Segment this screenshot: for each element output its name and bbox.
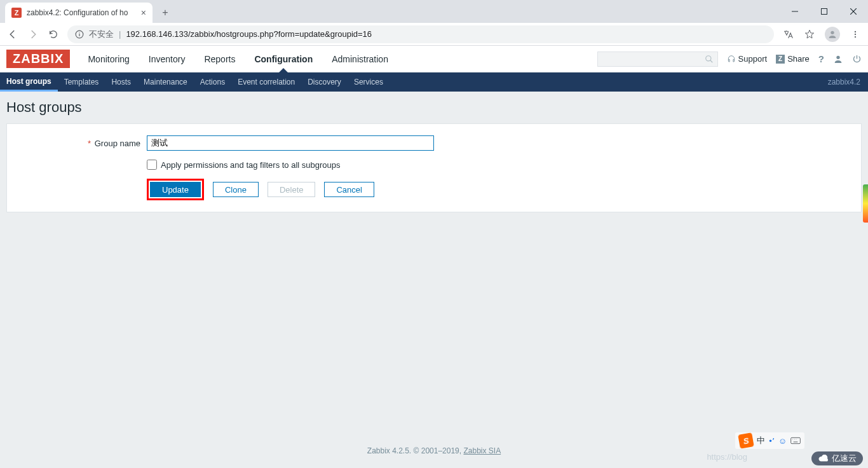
search-input[interactable] — [597, 52, 718, 67]
info-icon — [75, 30, 84, 39]
kebab-menu-icon[interactable] — [849, 28, 862, 41]
menu-inventory[interactable]: Inventory — [140, 46, 194, 72]
close-icon[interactable]: × — [141, 8, 146, 18]
profile-avatar[interactable] — [825, 27, 840, 42]
subnav-maintenance[interactable]: Maintenance — [137, 72, 194, 92]
menu-reports[interactable]: Reports — [195, 46, 244, 72]
form-panel: * Group name Apply permissions and tag f… — [6, 123, 862, 212]
url-text: 192.168.146.133/zabbix/hostgroups.php?fo… — [126, 29, 372, 39]
svg-point-10 — [855, 36, 856, 37]
svg-point-13 — [836, 55, 839, 59]
subnav-templates[interactable]: Templates — [58, 72, 105, 92]
help-icon[interactable]: ? — [818, 53, 824, 64]
group-name-label: * Group name — [20, 139, 147, 148]
sub-nav: Host groups Templates Hosts Maintenance … — [0, 72, 868, 92]
svg-point-11 — [705, 55, 710, 60]
cancel-button[interactable]: Cancel — [324, 182, 374, 197]
subnav-discovery[interactable]: Discovery — [301, 72, 348, 92]
share-link[interactable]: Z Share — [776, 54, 810, 64]
headset-icon — [727, 55, 736, 64]
menu-configuration[interactable]: Configuration — [245, 46, 322, 72]
browser-tab[interactable]: Z zabbix4.2: Configuration of ho × — [5, 3, 153, 23]
url-bar[interactable]: 不安全 | 192.168.146.133/zabbix/hostgroups.… — [67, 25, 774, 43]
star-icon[interactable] — [803, 28, 816, 41]
scroll-indicator — [863, 184, 868, 220]
group-name-input[interactable] — [147, 135, 434, 151]
new-tab-button[interactable]: + — [156, 4, 174, 22]
search-icon — [705, 55, 714, 64]
zabbix-logo[interactable]: ZABBIX — [6, 50, 70, 68]
reload-button[interactable] — [47, 28, 60, 41]
svg-line-12 — [710, 60, 712, 62]
svg-point-6 — [79, 32, 79, 32]
minimize-button[interactable] — [780, 0, 810, 23]
insecure-label: 不安全 — [89, 29, 114, 40]
subnav-host-groups[interactable]: Host groups — [0, 72, 58, 92]
translate-icon[interactable] — [782, 28, 794, 41]
support-link[interactable]: Support — [727, 54, 768, 64]
forward-button[interactable] — [27, 28, 39, 41]
page-title: Host groups — [6, 99, 862, 116]
subnav-actions[interactable]: Actions — [194, 72, 231, 92]
server-name-label: zabbix4.2 — [828, 72, 868, 92]
browser-tab-title: zabbix4.2: Configuration of ho — [27, 8, 136, 17]
maximize-button[interactable] — [810, 0, 839, 23]
clone-button[interactable]: Clone — [213, 182, 259, 197]
window-controls — [780, 0, 868, 23]
subnav-services[interactable]: Services — [348, 72, 390, 92]
power-icon[interactable] — [852, 54, 862, 64]
update-button[interactable]: Update — [150, 182, 201, 197]
svg-point-8 — [855, 31, 856, 32]
user-icon[interactable] — [833, 54, 843, 64]
favicon-icon: Z — [11, 8, 22, 18]
svg-point-9 — [855, 33, 856, 34]
update-button-highlight: Update — [147, 179, 204, 200]
z-icon: Z — [776, 55, 785, 64]
apply-permissions-checkbox[interactable] — [147, 160, 157, 170]
menu-administration[interactable]: Administration — [323, 46, 397, 72]
subnav-hosts[interactable]: Hosts — [105, 72, 137, 92]
delete-button: Delete — [268, 182, 316, 197]
subnav-event-correlation[interactable]: Event correlation — [231, 72, 301, 92]
main-menu: Monitoring Inventory Reports Configurati… — [79, 46, 397, 72]
browser-address-bar: 不安全 | 192.168.146.133/zabbix/hostgroups.… — [0, 23, 868, 46]
close-window-button[interactable] — [839, 0, 868, 23]
browser-tab-strip: Z zabbix4.2: Configuration of ho × + — [0, 0, 868, 23]
svg-rect-1 — [822, 9, 827, 15]
back-button[interactable] — [6, 28, 19, 41]
menu-monitoring[interactable]: Monitoring — [79, 46, 138, 72]
app-header: ZABBIX Monitoring Inventory Reports Conf… — [0, 46, 868, 72]
apply-permissions-label: Apply permissions and tag filters to all… — [161, 160, 341, 170]
page-content: Host groups * Group name Apply permissio… — [0, 92, 868, 220]
svg-point-7 — [831, 31, 834, 34]
